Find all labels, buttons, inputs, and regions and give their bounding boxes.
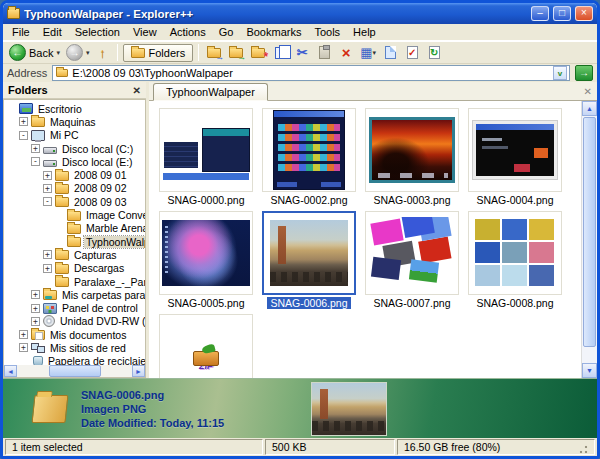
back-button[interactable]: Back: [7, 43, 62, 62]
folder-tree: Escritorio+Maquinas-Mi PC+Disco local (C…: [3, 99, 146, 365]
expander-icon[interactable]: -: [19, 131, 28, 140]
expander-icon[interactable]: +: [19, 117, 28, 126]
menu-view[interactable]: View: [127, 25, 163, 39]
file-zip-archive[interactable]: ZIP: [157, 314, 255, 378]
menu-file[interactable]: File: [6, 25, 36, 39]
tree-item-mis-sitios-de-red[interactable]: +Mis sitios de red: [4, 341, 145, 354]
menu-go[interactable]: Go: [213, 25, 240, 39]
tab-typhoonwalpaper[interactable]: TyphoonWalpaper: [153, 83, 268, 101]
zip-icon: [193, 351, 219, 366]
tree-item-image-converter-on[interactable]: Image Converter On: [4, 208, 145, 221]
tab-close-button[interactable]: [584, 86, 592, 97]
close-folders-pane-button[interactable]: [133, 85, 141, 96]
tree-item-paralaxe-paralaxe-20[interactable]: Paralaxe_-_Paralaxe_20: [4, 275, 145, 288]
tree-item-capturas[interactable]: +Capturas: [4, 248, 145, 261]
maximize-button[interactable]: □: [553, 6, 571, 21]
tree-scroll-track[interactable]: [17, 365, 132, 377]
scroll-right-icon[interactable]: ►: [132, 365, 145, 377]
forward-button[interactable]: [64, 43, 92, 62]
tree-scroll-thumb[interactable]: [49, 365, 101, 377]
tree-item-descargas[interactable]: +Descargas: [4, 262, 145, 275]
tree-item-2008-09-01[interactable]: +2008 09 01: [4, 168, 145, 181]
copy-icon: [275, 47, 285, 59]
scroll-thumb[interactable]: [583, 117, 596, 347]
close-button[interactable]: ×: [575, 6, 593, 21]
expander-icon[interactable]: +: [19, 343, 28, 352]
apply-icon: ✓: [407, 46, 418, 59]
tree-item-mis-carpetas-para-compartir[interactable]: +Mis carpetas para compartir: [4, 288, 145, 301]
move-to-folder-button[interactable]: [226, 43, 246, 62]
file-snag-0000-png[interactable]: SNAG-0000.png: [157, 108, 255, 211]
apply-button[interactable]: ✓: [402, 43, 422, 62]
vertical-scrollbar[interactable]: ▲ ▼: [581, 101, 597, 378]
address-go-button[interactable]: [575, 65, 593, 81]
address-dropdown-button[interactable]: [553, 66, 567, 80]
tree-item-escritorio[interactable]: Escritorio: [4, 102, 145, 115]
tree-item-mi-pc[interactable]: -Mi PC: [4, 129, 145, 142]
tree-item-papelera-de-reciclaje[interactable]: Papelera de reciclaje: [4, 355, 145, 365]
preview-thumbnail: [311, 382, 387, 436]
tree-item-2008-09-02[interactable]: +2008 09 02: [4, 182, 145, 195]
file-snag-0004-png[interactable]: SNAG-0004.png: [466, 108, 564, 211]
expander-icon[interactable]: +: [31, 304, 40, 313]
delete-button[interactable]: ×: [336, 43, 356, 62]
expander-icon[interactable]: +: [43, 171, 52, 180]
back-dropdown-icon[interactable]: [56, 49, 60, 57]
cut-button[interactable]: ✂: [292, 43, 312, 62]
menu-edit[interactable]: Edit: [37, 25, 68, 39]
scroll-up-icon[interactable]: ▲: [582, 101, 597, 116]
minimize-button[interactable]: –: [531, 6, 549, 21]
file-snag-0002-png[interactable]: SNAG-0002.png: [260, 108, 358, 211]
forward-dropdown-icon[interactable]: [86, 49, 90, 57]
scroll-track[interactable]: [582, 116, 597, 363]
copy-to-folder-button[interactable]: [204, 43, 224, 62]
expander-icon[interactable]: +: [43, 264, 52, 273]
scroll-left-icon[interactable]: ◄: [4, 365, 17, 377]
views-button[interactable]: ▦: [358, 43, 378, 62]
file-snag-0005-png[interactable]: SNAG-0005.png: [157, 211, 255, 314]
tree-horizontal-scrollbar[interactable]: ◄ ►: [3, 365, 146, 378]
tree-item-marble-arena[interactable]: Marble Arena: [4, 222, 145, 235]
up-button[interactable]: [94, 45, 112, 60]
expander-icon[interactable]: +: [31, 144, 40, 153]
resize-grip[interactable]: [579, 445, 588, 454]
new-folder-button[interactable]: [248, 43, 268, 62]
tree-item-panel-de-control[interactable]: +Panel de control: [4, 301, 145, 314]
file-snag-0006-png[interactable]: SNAG-0006.png: [260, 211, 358, 314]
tree-item-typhoonwalpaper[interactable]: TyphoonWalpaper: [4, 235, 145, 248]
expander-icon[interactable]: +: [19, 330, 28, 339]
scroll-down-icon[interactable]: ▼: [582, 363, 597, 378]
menu-actions[interactable]: Actions: [164, 25, 212, 39]
views-dropdown-icon[interactable]: [373, 49, 377, 57]
expander-icon[interactable]: -: [31, 157, 40, 166]
paste-button[interactable]: [314, 43, 334, 62]
file-snag-0008-png[interactable]: SNAG-0008.png: [466, 211, 564, 314]
expander-icon[interactable]: +: [31, 290, 40, 299]
expander-icon[interactable]: +: [31, 317, 40, 326]
expander-icon[interactable]: +: [43, 250, 52, 259]
folder-icon: [55, 250, 69, 260]
tree-item-label: Escritorio: [36, 103, 84, 115]
menu-bookmarks[interactable]: Bookmarks: [240, 25, 307, 39]
file-snag-0007-png[interactable]: SNAG-0007.png: [363, 211, 461, 314]
refresh-button[interactable]: ↻: [424, 43, 444, 62]
menu-tools[interactable]: Tools: [308, 25, 346, 39]
tree-item-unidad-dvd-rw-d[interactable]: +Unidad DVD-RW (D:): [4, 315, 145, 328]
menu-help[interactable]: Help: [347, 25, 382, 39]
tree-item-mis-documentos[interactable]: +Mis documentos: [4, 328, 145, 341]
properties-button[interactable]: [380, 43, 400, 62]
thumbnail-snag-0003-png: [369, 117, 455, 183]
address-input[interactable]: E:\2008 09 03\TyphoonWalpaper: [52, 65, 570, 81]
copy-button[interactable]: [270, 43, 290, 62]
my-documents-icon: [31, 330, 45, 340]
file-snag-0003-png[interactable]: SNAG-0003.png: [363, 108, 461, 211]
folders-toggle-button[interactable]: Folders: [123, 44, 194, 62]
expander-icon[interactable]: -: [43, 197, 52, 206]
tree-item-label: Mi PC: [48, 129, 81, 141]
tree-item-maquinas[interactable]: +Maquinas: [4, 115, 145, 128]
tree-item-disco-local-c[interactable]: +Disco local (C:): [4, 142, 145, 155]
tree-item-disco-local-e[interactable]: -Disco local (E:): [4, 155, 145, 168]
tree-item-2008-09-03[interactable]: -2008 09 03: [4, 195, 145, 208]
expander-icon[interactable]: +: [43, 184, 52, 193]
menu-selection[interactable]: Selection: [69, 25, 126, 39]
